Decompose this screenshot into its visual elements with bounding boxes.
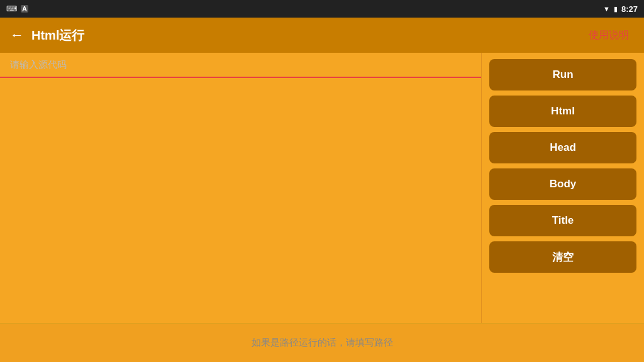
editor-area	[0, 53, 482, 323]
top-bar: ← Html运行 使用说明	[0, 18, 644, 53]
html-button[interactable]: Html	[489, 96, 636, 127]
wifi-icon	[603, 4, 610, 13]
editor-body[interactable]	[0, 78, 481, 323]
clock: 8:27	[621, 4, 638, 14]
battery-icon	[614, 4, 618, 13]
back-button[interactable]: ← Html运行	[10, 27, 84, 44]
status-bar-right: 8:27	[603, 4, 638, 14]
caps-icon	[21, 4, 28, 13]
clear-button[interactable]: 清空	[489, 241, 636, 273]
title-button[interactable]: Title	[489, 205, 636, 236]
status-bar-left	[6, 4, 32, 13]
main-content: Run Html Head Body Title 清空	[0, 53, 644, 323]
page-title: Html运行	[31, 27, 84, 44]
help-link[interactable]: 使用说明	[589, 29, 629, 42]
status-bar: 8:27	[0, 0, 644, 18]
keyboard-icon	[6, 4, 17, 13]
back-arrow-icon: ←	[10, 28, 24, 42]
head-button[interactable]: Head	[489, 132, 636, 163]
right-panel: Run Html Head Body Title 清空	[482, 53, 644, 323]
body-button[interactable]: Body	[489, 168, 636, 200]
bottom-bar: 如果是路径运行的话，请填写路径	[0, 323, 644, 362]
path-hint: 如果是路径运行的话，请填写路径	[252, 337, 393, 349]
editor-input-row	[0, 53, 481, 78]
source-code-input[interactable]	[10, 59, 471, 70]
run-button[interactable]: Run	[489, 59, 636, 90]
